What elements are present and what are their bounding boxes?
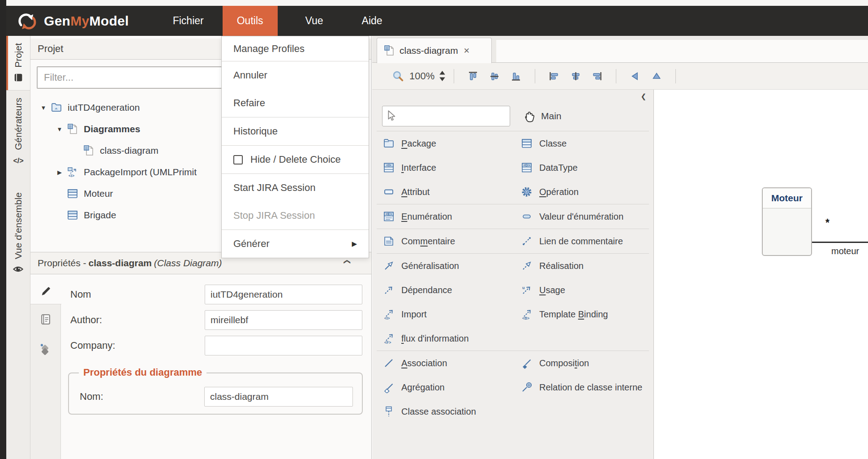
menu-fichier[interactable]: Fichier <box>157 6 220 36</box>
palette-row: <I>Interface<D>DataType <box>372 156 653 180</box>
menu-item-manage-profiles[interactable]: Manage Profiles <box>222 36 369 61</box>
tab-class-diagram[interactable]: class-diagram ✕ <box>377 38 492 63</box>
menu-item-label: Historique <box>233 126 278 137</box>
palette-tool-usage[interactable]: uUsage <box>510 284 648 296</box>
palette-search-input[interactable] <box>382 106 510 126</box>
properties-tab-documentation[interactable] <box>30 304 60 334</box>
tree-item-icon-wrap <box>82 145 96 156</box>
palette-tool-classe[interactable]: Classe <box>510 138 648 149</box>
triangle-right-icon[interactable]: ▶ <box>54 169 65 176</box>
palette-tool-label: DataType <box>539 163 578 173</box>
palette-tool-label: Enumération <box>401 212 452 222</box>
properties-collapse-chevron-icon[interactable]: ❮ <box>344 259 352 265</box>
triangle-down-icon[interactable]: ▼ <box>38 104 49 111</box>
attribute-icon <box>383 186 395 198</box>
menu-item-g-n-rer[interactable]: Générer▶ <box>222 230 369 258</box>
palette-tool-interface[interactable]: <I>Interface <box>372 162 510 173</box>
tree-item-icon-wrap <box>65 188 80 199</box>
company-field[interactable] <box>205 336 362 355</box>
association-edge[interactable] <box>812 242 868 243</box>
palette-tool-op-ration[interactable]: Opération <box>510 186 648 198</box>
palette-row: <E>EnumérationValeur d'énumération <box>372 204 653 229</box>
tree-filter-input[interactable] <box>37 66 239 89</box>
checkbox-icon[interactable] <box>233 155 243 165</box>
properties-tab-edit[interactable] <box>30 275 61 304</box>
menu-item-stop-jira-session[interactable]: Stop JIRA Session <box>222 202 369 230</box>
palette-tool-lien-de-commentaire[interactable]: Lien de commentaire <box>510 235 648 247</box>
palette-tool-icon-wrap <box>382 260 395 272</box>
menu-aide[interactable]: Aide <box>349 6 395 36</box>
align-bottom-button[interactable] <box>507 67 525 86</box>
tree-item-label: Moteur <box>84 188 113 199</box>
palette-row: PackageClasse <box>372 131 653 156</box>
flip-horizontal-button[interactable] <box>626 67 645 86</box>
sidebar-tab-projet[interactable]: Projet <box>6 36 30 91</box>
hand-icon[interactable] <box>523 110 536 123</box>
palette-tool-icon-wrap <box>520 357 533 369</box>
palette-tool-valeur-d-num-ration[interactable]: Valeur d'énumération <box>510 211 648 222</box>
palette-tool-package[interactable]: Package <box>372 138 510 149</box>
menu-item-refaire[interactable]: Refaire <box>222 89 369 117</box>
palette: ❮ Main PackageClasse<I>Interface<D>DataT… <box>372 90 654 459</box>
palette-tool-enum-ration[interactable]: <E>Enumération <box>372 211 510 222</box>
palette-collapse-icon[interactable]: ❮ <box>640 92 646 100</box>
flip-vertical-button[interactable] <box>647 67 666 86</box>
logo-my: My <box>70 13 89 28</box>
palette-tool-datatype[interactable]: <D>DataType <box>510 162 648 173</box>
sidebar-tab-g-n-rateurs[interactable]: Générateurs</> <box>6 91 30 173</box>
palette-tool-agr-gation[interactable]: Agrégation <box>372 381 510 393</box>
menu-item-historique[interactable]: Historique <box>222 117 369 145</box>
diagram-canvas[interactable]: Moteur * moteur <box>654 90 868 459</box>
uml-class-moteur[interactable]: Moteur <box>762 187 812 256</box>
class-icon <box>67 209 78 221</box>
logo[interactable]: GenMyModel <box>16 11 129 31</box>
palette-tool-classe-association[interactable]: Classe association <box>372 406 510 417</box>
association-icon <box>383 357 395 369</box>
palette-tool-attribut[interactable]: Attribut <box>372 186 510 198</box>
palette-tool-label: Classe <box>539 139 567 149</box>
zoom-stepper[interactable] <box>439 70 446 82</box>
align-center-button[interactable] <box>566 67 585 86</box>
menu-item-label: Annuler <box>233 69 267 81</box>
zoom-level-value: 100% <box>409 70 434 82</box>
align-left-button[interactable] <box>545 67 563 86</box>
triangle-down-icon[interactable]: ▼ <box>54 126 65 133</box>
palette-tool-icon-wrap <box>382 406 395 417</box>
palette-tool-r-alisation[interactable]: Réalisation <box>510 260 648 272</box>
align-top-button[interactable] <box>464 67 482 86</box>
palette-tool-label: Usage <box>539 285 565 295</box>
properties-tab-tags[interactable] <box>30 334 60 364</box>
palette-tool-relation-de-classe-interne[interactable]: Relation de classe interne <box>510 381 648 393</box>
properties-content: NomAuthor:Company: Propriétés du diagram… <box>61 275 371 459</box>
close-icon[interactable]: ✕ <box>464 46 470 56</box>
field-row-nom: Nom <box>70 285 371 304</box>
palette-tool-label: Lien de commentaire <box>539 236 623 247</box>
palette-tool-label: Commentaire <box>401 236 455 247</box>
align-right-button[interactable] <box>588 67 606 86</box>
palette-tool-composition[interactable]: Composition <box>510 357 648 369</box>
menu-vue[interactable]: Vue <box>293 6 336 36</box>
palette-tool-association[interactable]: Association <box>372 357 510 369</box>
field-label-company: Company: <box>70 340 205 351</box>
flip-horizontal-icon <box>629 70 641 82</box>
menu-item-hide-delete-choice[interactable]: Hide / Delete Choice <box>222 146 369 173</box>
palette-tool-template-binding[interactable]: <B>Template Binding <box>510 308 648 320</box>
menubar-items: FichierOutilsVueAide <box>157 6 395 36</box>
palette-tool-commentaire[interactable]: Commentaire <box>372 235 510 247</box>
menu-item-start-jira-session[interactable]: Start JIRA Session <box>222 174 369 202</box>
palette-tool-flux-d-information[interactable]: <F>flux d'information <box>372 333 510 344</box>
palette-row: GénéralisationRéalisation <box>372 254 653 278</box>
palette-tool-g-n-ralisation[interactable]: Généralisation <box>372 260 510 272</box>
diagram-nom-field[interactable] <box>204 387 353 407</box>
menu-item-annuler[interactable]: Annuler <box>222 61 369 89</box>
sidebar-tab-icon-wrap <box>13 264 24 277</box>
align-middle-button[interactable] <box>485 67 504 86</box>
palette-tool-d-pendance[interactable]: Dépendance <box>372 284 510 296</box>
comment-link-icon <box>521 235 533 247</box>
palette-tool-icon-wrap <box>382 186 395 198</box>
menu-outils[interactable]: Outils <box>223 6 278 36</box>
sidebar-tab-vue-d-ensemble[interactable]: Vue d'ensemble <box>6 185 30 282</box>
nom-field[interactable] <box>205 285 362 304</box>
palette-tool-import[interactable]: <I>Import <box>372 308 510 320</box>
author-field[interactable] <box>205 310 362 330</box>
